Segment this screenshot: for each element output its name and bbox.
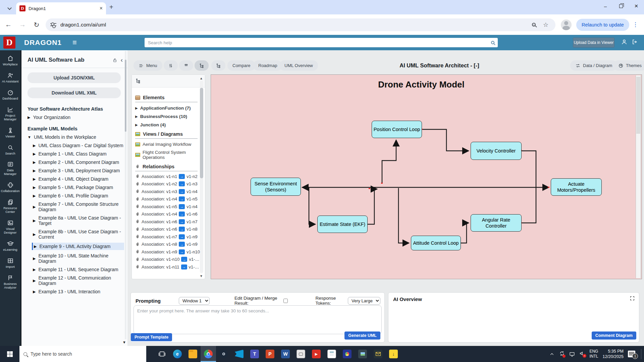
- compare-button[interactable]: Compare: [227, 60, 255, 71]
- back-icon[interactable]: ←: [3, 19, 14, 31]
- triangle-right-icon[interactable]: ▶: [33, 152, 36, 156]
- relationship-item[interactable]: Association: v1-n4→v1-n5: [135, 196, 198, 201]
- expand-icon[interactable]: [630, 296, 635, 302]
- relationship-item[interactable]: Association: v1-n7→v1-n9: [135, 234, 198, 239]
- site-info-icon[interactable]: [50, 22, 56, 27]
- rail-item-elearning[interactable]: eLearning: [0, 240, 20, 252]
- triangle-down-icon[interactable]: ▼: [28, 135, 31, 139]
- tree-item-example-3-uml-deployment-diagram[interactable]: ▶Example 3 - UML Deployment Diagram: [33, 168, 124, 173]
- diagram-node-actuate[interactable]: Actuate Motors/Propellers: [551, 178, 602, 196]
- relationship-item[interactable]: Association: v1-n3→v1-n4: [135, 189, 198, 194]
- triangle-right-icon[interactable]: ▶: [33, 279, 36, 283]
- taskbar-app-paint-icon[interactable]: [339, 346, 355, 362]
- triangle-right-icon[interactable]: ▶: [33, 143, 36, 148]
- relationship-item[interactable]: Association: v1-n10→v1-…: [135, 257, 198, 262]
- explorer-scroll-down-icon[interactable]: ▼: [122, 340, 126, 344]
- layout-columns-button[interactable]: [179, 60, 193, 71]
- tray-chevron-up-icon[interactable]: [549, 351, 555, 357]
- relationship-item[interactable]: Association: v1-n6→v1-n7: [135, 219, 198, 224]
- themes-button[interactable]: Themes: [613, 60, 644, 71]
- tree-item-example-8b-uml-use-case-diagram-current[interactable]: ▶Example 8b - UML Use Case Diagram - Cur…: [33, 229, 124, 240]
- taskbar-app-file-explorer-icon[interactable]: [185, 346, 201, 362]
- bookmark-star-icon[interactable]: ☆: [541, 20, 551, 30]
- tab-search-icon[interactable]: [5, 4, 14, 13]
- element-type-item[interactable]: ▶BusinessProcess (10): [135, 114, 198, 119]
- language-indicator[interactable]: ENG INTL: [589, 349, 598, 359]
- explorer-scrollbar-thumb[interactable]: [125, 60, 126, 132]
- element-type-item[interactable]: ▶ApplicationFunction (7): [135, 106, 198, 111]
- data-diagram-toggle[interactable]: Data / Diagram: [570, 60, 617, 71]
- tree-item-example-4-uml-object-diagram[interactable]: ▶Example 4 - UML Object Diagram: [33, 176, 124, 182]
- taskbar-app-steam-icon[interactable]: [216, 346, 231, 362]
- help-search-field[interactable]: [148, 40, 491, 45]
- rail-item-visual-designer[interactable]: VisualDesigner: [0, 220, 20, 235]
- rail-item-data-manager[interactable]: DataManager: [0, 161, 20, 176]
- app-menu-icon[interactable]: ≡: [72, 38, 77, 47]
- tree-item-uml-class-diagram-car-digital-system[interactable]: ▶UML Class Diagram - Car Digital System: [33, 143, 124, 148]
- triangle-right-icon[interactable]: ▶: [135, 106, 138, 110]
- triangle-right-icon[interactable]: ▶: [33, 205, 36, 209]
- tree-item-example-5-uml-package-diagram[interactable]: ▶Example 5 - UML Package Diagram: [33, 185, 124, 190]
- layout-sliders-button[interactable]: [164, 60, 178, 71]
- palette-scroll-down-icon[interactable]: ▼: [200, 274, 203, 278]
- palette-scroll-up-icon[interactable]: ▲: [200, 76, 203, 80]
- taskbar-app-word-icon[interactable]: W: [278, 346, 293, 362]
- display-icon[interactable]: [569, 351, 575, 357]
- taskbar-app-notepad-icon[interactable]: [324, 346, 339, 362]
- edit-merge-checkbox[interactable]: [283, 299, 288, 303]
- tree-item-example-12-uml-communication-diagram[interactable]: ▶Example 12 - UML Communication Diagram: [33, 275, 124, 286]
- triangle-right-icon[interactable]: ▶: [33, 267, 36, 272]
- tree-item-example-11-uml-sequence-diagram[interactable]: ▶Example 11 - UML Sequence Diagram: [33, 267, 124, 272]
- diagram-node-angular[interactable]: Angular Rate Controller: [471, 214, 522, 232]
- zoom-out-icon[interactable]: [529, 20, 539, 30]
- view-item[interactable]: Flight Control System Operations: [135, 150, 198, 160]
- rail-item-search[interactable]: Search: [0, 144, 20, 156]
- rail-item-collaboration[interactable]: Collaboration: [0, 182, 20, 193]
- prompt-template-button[interactable]: Prompt Template: [131, 333, 172, 341]
- window-select[interactable]: Window 1: [179, 297, 210, 305]
- reload-icon[interactable]: ↻: [31, 19, 42, 31]
- triangle-right-icon[interactable]: ▶: [135, 123, 138, 127]
- rail-item-viewer[interactable]: Viewer: [0, 127, 20, 138]
- triangle-right-icon[interactable]: ▶: [135, 115, 138, 118]
- diagram-node-velocity[interactable]: Velocity Controller: [471, 142, 522, 160]
- generate-uml-button[interactable]: Generate UML: [344, 331, 380, 340]
- start-button[interactable]: [0, 346, 19, 362]
- tree-view-button[interactable]: [195, 60, 209, 71]
- roadmap-button[interactable]: Roadmap: [253, 60, 282, 71]
- rail-item-import[interactable]: Import: [0, 257, 20, 269]
- user-icon[interactable]: [621, 39, 627, 46]
- diagram-node-attitude[interactable]: Attitude Control Loop: [411, 236, 461, 250]
- taskbar-app-edge-icon[interactable]: e: [170, 346, 185, 362]
- dragon1-logo-icon[interactable]: D: [3, 37, 15, 49]
- tree-item-example-8a-uml-use-case-diagram-target[interactable]: ▶Example 8a - UML Use Case Diagram - Tar…: [33, 215, 124, 226]
- diagram-node-sense[interactable]: Sense Environment (Sensors): [251, 178, 301, 196]
- tree-item-your-organization[interactable]: ▶Your Organization: [28, 115, 124, 120]
- taskbar-app-chrome-icon[interactable]: [201, 346, 216, 362]
- forward-icon[interactable]: →: [17, 19, 28, 31]
- browser-menu-icon[interactable]: ⋮: [633, 21, 638, 28]
- rail-item-resource-center[interactable]: ResourceCenter: [0, 199, 20, 214]
- url-text[interactable]: dragon1.com/ai/uml: [60, 22, 527, 28]
- diagram-node-position[interactable]: Position Control Loop: [372, 121, 422, 138]
- canvas-scrollbar-thumb[interactable]: [636, 77, 640, 134]
- triangle-right-icon[interactable]: ▶: [33, 256, 36, 261]
- tree-item-uml-models-in-the-workplace[interactable]: ▼UML Models in the Workplace: [28, 134, 124, 140]
- taskbar-app-mail-icon[interactable]: [370, 346, 386, 362]
- tree-item-example-1-uml-class-diagram[interactable]: ▶Example 1 - UML Class Diagram: [33, 151, 124, 157]
- taskbar-app-snip-icon[interactable]: [293, 346, 309, 362]
- tree-item-example-10-uml-state-machine-diagram[interactable]: ▶Example 10 - UML State Machine Diagram: [33, 253, 124, 264]
- triangle-right-icon[interactable]: ▶: [33, 185, 36, 190]
- comment-diagram-button[interactable]: Comment Diagram: [592, 331, 636, 340]
- browser-tab[interactable]: D Dragon1 ×: [16, 2, 106, 14]
- palette-scrollbar-thumb[interactable]: [200, 88, 203, 178]
- response-tokens-select[interactable]: Very Large: [348, 297, 380, 305]
- upload-json-button[interactable]: Upload JSON/XML: [28, 72, 121, 83]
- triangle-right-icon[interactable]: ▶: [33, 194, 36, 198]
- triangle-right-icon[interactable]: ▶: [28, 115, 30, 120]
- triangle-right-icon[interactable]: ▶: [33, 219, 36, 223]
- taskbar-app-downloads-icon[interactable]: ↓: [386, 346, 401, 362]
- relationship-item[interactable]: Association: v1-n11→v1-…: [135, 264, 198, 269]
- rail-item-project-manager[interactable]: ProjectManager: [0, 106, 20, 121]
- triangle-right-icon[interactable]: ▶: [33, 169, 36, 173]
